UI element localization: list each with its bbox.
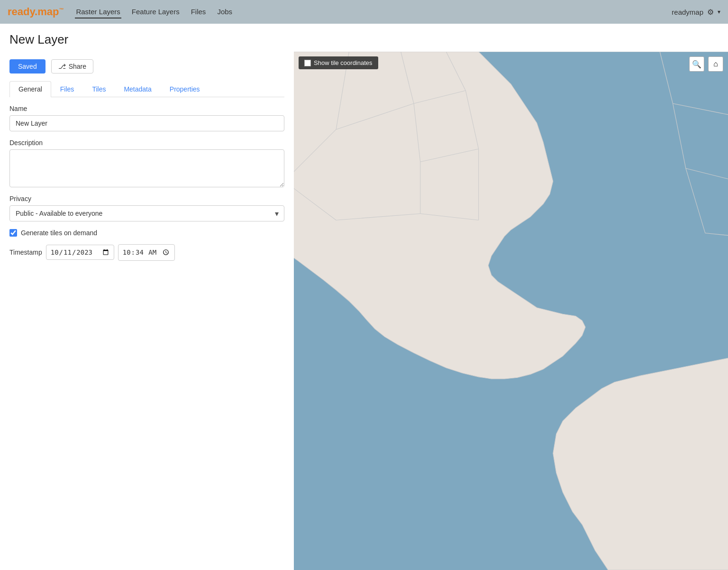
page-title: New Layer (9, 32, 719, 47)
timestamp-label: Timestamp (9, 248, 42, 256)
saved-button[interactable]: Saved (9, 59, 46, 74)
map-toolbar: Show tile coordinates (299, 56, 378, 69)
generate-tiles-checkbox[interactable] (9, 229, 17, 237)
nav-feature-layers[interactable]: Feature Layers (131, 6, 181, 18)
brand-tm: ™ (59, 7, 64, 12)
tab-files[interactable]: Files (51, 81, 83, 97)
share-button[interactable]: ⎇ Share (51, 59, 93, 74)
username: readymap (672, 8, 703, 16)
coords-checkbox (304, 60, 311, 66)
nav-jobs[interactable]: Jobs (216, 6, 233, 18)
timestamp-row: Timestamp (9, 244, 284, 261)
map-search-button[interactable]: 🔍 (689, 56, 704, 72)
brand-ready: ready. (8, 6, 37, 18)
tab-tiles[interactable]: Tiles (83, 81, 115, 97)
map-panel: Show tile coordinates 🔍 ⌂ (294, 52, 728, 570)
privacy-select-wrapper: Public - Available to everyone Private -… (9, 205, 284, 221)
privacy-select[interactable]: Public - Available to everyone Private -… (9, 205, 284, 221)
tab-general[interactable]: General (9, 81, 51, 97)
left-panel: Saved ⎇ Share General Files Tiles Metada… (0, 52, 294, 570)
navbar-right: readymap ⚙ ▾ (672, 8, 720, 17)
timestamp-date-input[interactable] (46, 245, 114, 260)
show-coords-button[interactable]: Show tile coordinates (299, 56, 378, 69)
toolbar: Saved ⎇ Share (9, 59, 284, 74)
generate-tiles-label[interactable]: Generate tiles on demand (21, 229, 97, 237)
search-icon: 🔍 (692, 60, 701, 69)
show-coords-label: Show tile coordinates (314, 59, 373, 66)
privacy-field-group: Privacy Public - Available to everyone P… (9, 195, 284, 221)
brand-logo: ready.map™ (8, 6, 64, 18)
name-field-group: Name (9, 105, 284, 131)
tabs: General Files Tiles Metadata Properties (9, 81, 284, 97)
description-input[interactable] (9, 149, 284, 187)
privacy-label: Privacy (9, 195, 284, 202)
share-icon: ⎇ (58, 63, 66, 70)
nav-links: Raster Layers Feature Layers Files Jobs (75, 6, 672, 18)
tab-metadata[interactable]: Metadata (115, 81, 160, 97)
name-label: Name (9, 105, 284, 112)
generate-tiles-row: Generate tiles on demand (9, 229, 284, 237)
nav-files[interactable]: Files (190, 6, 207, 18)
description-label: Description (9, 139, 284, 147)
tab-properties[interactable]: Properties (161, 81, 209, 97)
main-area: Saved ⎇ Share General Files Tiles Metada… (0, 52, 728, 570)
nav-raster-layers[interactable]: Raster Layers (75, 6, 121, 18)
map-svg (294, 52, 728, 570)
gear-icon[interactable]: ⚙ (707, 8, 714, 17)
timestamp-time-input[interactable] (118, 244, 175, 261)
home-icon: ⌂ (713, 60, 718, 68)
description-field-group: Description (9, 139, 284, 187)
page-container: New Layer Saved ⎇ Share General Files Ti… (0, 24, 728, 570)
map-home-button[interactable]: ⌂ (708, 56, 723, 72)
page-header: New Layer (0, 24, 728, 52)
map-container[interactable]: Show tile coordinates 🔍 ⌂ (294, 52, 728, 570)
chevron-down-icon[interactable]: ▾ (718, 9, 720, 15)
name-input[interactable] (9, 115, 284, 131)
navbar: ready.map™ Raster Layers Feature Layers … (0, 0, 728, 24)
share-label: Share (69, 63, 86, 70)
brand-map: map (37, 6, 59, 18)
